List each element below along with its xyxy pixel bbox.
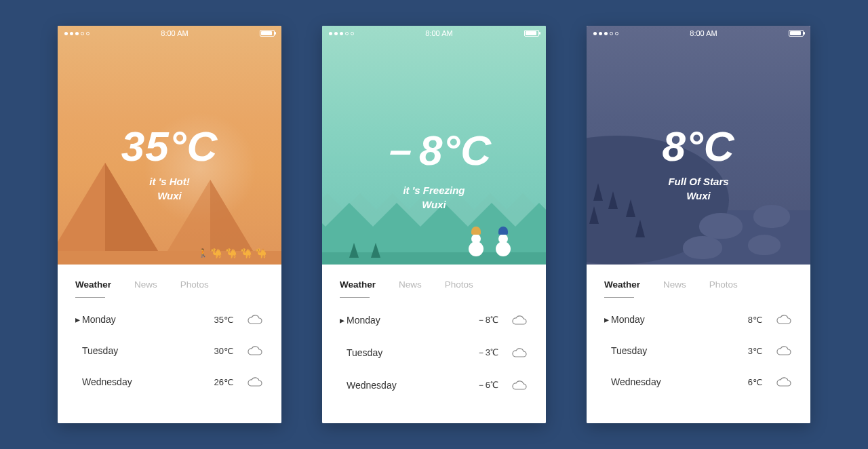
status-time: 8:00 AM xyxy=(690,29,717,37)
forecast-day: Wednesday xyxy=(611,376,748,387)
forecast-list: ▸ Monday 8℃ Tuesday 3℃ Wednesday 6℃ xyxy=(604,314,793,387)
camel-icon: 🐪 xyxy=(210,248,222,258)
forecast-day: Wednesday xyxy=(82,376,214,387)
forecast-temp: 35℃ xyxy=(214,315,234,325)
forecast-list: ▸ Monday 35℃ Tuesday 30℃ Wednesday 26℃ xyxy=(75,314,264,387)
forecast-row[interactable]: Wednesday －6℃ xyxy=(340,379,528,391)
active-marker-icon: ▸ xyxy=(75,314,82,325)
tree-icon xyxy=(589,206,599,224)
tab-bar: Weather News Photos xyxy=(340,279,528,296)
forecast-temp: 6℃ xyxy=(748,377,763,387)
forecast-temp: －3℃ xyxy=(477,347,498,359)
phone-night: 8:00 AM 8°C Full Of Stars Wuxi Weather xyxy=(587,26,810,423)
panel: Weather News Photos ▸ Monday 8℃ Tuesday … xyxy=(587,265,810,423)
hero-hot: 8:00 AM 🚶 🐪 🐪 🐪 🐪 35°C it 's Hot! Wuxi xyxy=(58,26,281,265)
status-bar: 8:00 AM xyxy=(587,26,810,41)
forecast-row[interactable]: Wednesday 26℃ xyxy=(75,376,264,387)
cloud-icon xyxy=(775,314,793,325)
cloud-icon xyxy=(511,315,528,326)
tree-icon xyxy=(349,243,359,258)
battery-icon xyxy=(789,30,804,37)
signal-dots-icon xyxy=(593,32,618,35)
cloud-icon xyxy=(775,345,793,356)
battery-icon xyxy=(524,30,539,37)
tab-bar: Weather News Photos xyxy=(604,279,793,296)
weather-caption: it 's Freezing Wuxi xyxy=(322,183,546,212)
weather-caption: it 's Hot! Wuxi xyxy=(58,174,281,203)
cloud-icon xyxy=(511,380,528,391)
forecast-row[interactable]: ▸ Monday 35℃ xyxy=(75,314,264,325)
forecast-temp: －6℃ xyxy=(477,379,498,391)
panel: Weather News Photos ▸ Monday －8℃ Tuesday… xyxy=(322,265,546,423)
signal-dots-icon xyxy=(329,32,354,35)
phone-cold: 8:00 AM －8°C it 's Freezing Wuxi W xyxy=(322,26,546,423)
panel: Weather News Photos ▸ Monday 35℃ Tuesday… xyxy=(58,265,281,423)
forecast-temp: 30℃ xyxy=(214,346,234,356)
cloud-icon xyxy=(511,347,528,358)
cloud-icon xyxy=(246,345,264,356)
cloud-icon xyxy=(246,314,264,325)
tab-photos[interactable]: Photos xyxy=(180,279,209,296)
tab-weather[interactable]: Weather xyxy=(340,279,376,296)
forecast-list: ▸ Monday －8℃ Tuesday －3℃ Wednesday －6℃ xyxy=(340,314,528,391)
active-marker-icon: ▸ xyxy=(340,315,347,326)
forecast-day: Monday xyxy=(347,315,477,326)
forecast-row[interactable]: Tuesday 30℃ xyxy=(75,345,264,356)
rock-icon xyxy=(683,236,722,259)
forecast-temp: 3℃ xyxy=(748,346,763,356)
forecast-day: Tuesday xyxy=(611,345,748,356)
forecast-temp: 26℃ xyxy=(214,377,234,387)
status-time: 8:00 AM xyxy=(425,29,452,37)
forecast-row[interactable]: ▸ Monday －8℃ xyxy=(340,314,528,326)
active-marker-icon: ▸ xyxy=(604,314,611,325)
rock-icon xyxy=(699,213,743,239)
person-icon: 🚶 xyxy=(198,248,208,258)
signal-dots-icon xyxy=(64,32,90,35)
tab-news[interactable]: News xyxy=(399,279,422,296)
camel-icon: 🐪 xyxy=(240,248,252,258)
tab-photos[interactable]: Photos xyxy=(709,279,738,296)
tab-news[interactable]: News xyxy=(134,279,157,296)
forecast-day: Monday xyxy=(82,314,214,325)
forecast-day: Tuesday xyxy=(82,345,214,356)
snowman-icon xyxy=(496,241,511,256)
hero-cold: 8:00 AM －8°C it 's Freezing Wuxi xyxy=(322,26,546,265)
forecast-temp: －8℃ xyxy=(477,314,498,326)
rock-icon xyxy=(748,235,781,255)
snowman-icon xyxy=(469,241,484,256)
forecast-row[interactable]: Tuesday －3℃ xyxy=(340,347,528,359)
hero-night: 8:00 AM 8°C Full Of Stars Wuxi xyxy=(587,26,810,265)
status-bar: 8:00 AM xyxy=(58,26,281,41)
forecast-row[interactable]: Tuesday 3℃ xyxy=(604,345,793,356)
forecast-temp: 8℃ xyxy=(748,315,763,325)
camel-icon: 🐪 xyxy=(225,248,237,258)
rock-icon xyxy=(753,205,790,228)
temperature-main: 35°C xyxy=(58,122,281,170)
battery-icon xyxy=(260,30,275,37)
forecast-day: Monday xyxy=(611,314,748,325)
status-time: 8:00 AM xyxy=(161,29,188,37)
weather-caption: Full Of Stars Wuxi xyxy=(587,174,810,203)
tab-weather[interactable]: Weather xyxy=(75,279,111,296)
tab-news[interactable]: News xyxy=(663,279,686,296)
temperature-main: 8°C xyxy=(587,122,810,170)
forecast-row[interactable]: ▸ Monday 8℃ xyxy=(604,314,793,325)
forecast-row[interactable]: Wednesday 6℃ xyxy=(604,376,793,387)
tree-icon xyxy=(635,220,645,237)
cloud-icon xyxy=(246,376,264,387)
cloud-icon xyxy=(775,376,793,387)
tree-icon xyxy=(371,243,380,258)
temperature-main: －8°C xyxy=(322,122,546,179)
tab-bar: Weather News Photos xyxy=(75,279,264,296)
tab-weather[interactable]: Weather xyxy=(604,279,640,296)
camel-icon: 🐪 xyxy=(255,248,267,258)
status-bar: 8:00 AM xyxy=(322,26,546,41)
phone-hot: 8:00 AM 🚶 🐪 🐪 🐪 🐪 35°C it 's Hot! Wuxi xyxy=(58,26,281,423)
forecast-day: Tuesday xyxy=(347,347,477,358)
tab-photos[interactable]: Photos xyxy=(445,279,473,296)
forecast-day: Wednesday xyxy=(347,380,477,391)
